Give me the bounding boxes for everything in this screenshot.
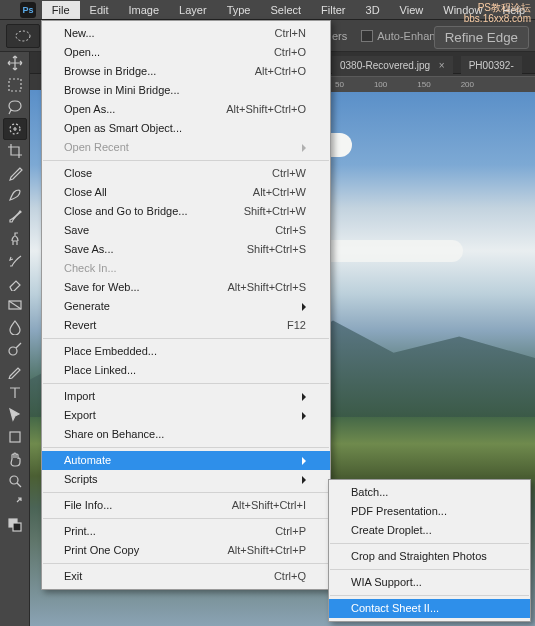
automate-menu-separator bbox=[330, 543, 529, 544]
file-menu-item-open-recent: Open Recent bbox=[42, 138, 330, 157]
tool-swap-icon[interactable] bbox=[3, 492, 27, 514]
file-menu-separator bbox=[43, 492, 329, 493]
file-menu-item-close-all[interactable]: Close AllAlt+Ctrl+W bbox=[42, 183, 330, 202]
menubar-item-help[interactable]: Help bbox=[492, 1, 535, 19]
tool-brush-icon[interactable] bbox=[3, 206, 27, 228]
file-menu-item-automate[interactable]: Automate bbox=[42, 451, 330, 470]
tool-lasso-icon[interactable] bbox=[3, 96, 27, 118]
tool-quick-select-icon[interactable] bbox=[3, 118, 27, 140]
menu-item-label: Save for Web... bbox=[64, 280, 227, 295]
app-logo-icon: Ps bbox=[20, 2, 36, 18]
submenu-arrow-icon bbox=[302, 393, 306, 401]
menu-item-shortcut: Ctrl+W bbox=[272, 166, 306, 181]
document-tab[interactable]: PH00392- bbox=[461, 56, 522, 75]
refine-edge-button[interactable]: Refine Edge bbox=[434, 26, 529, 49]
file-menu-item-save-for-web[interactable]: Save for Web...Alt+Shift+Ctrl+S bbox=[42, 278, 330, 297]
menu-item-shortcut: Alt+Shift+Ctrl+S bbox=[227, 280, 306, 295]
tool-pen-icon[interactable] bbox=[3, 360, 27, 382]
file-menu-item-generate[interactable]: Generate bbox=[42, 297, 330, 316]
menubar-item-file[interactable]: File bbox=[42, 1, 80, 19]
file-menu-item-new[interactable]: New...Ctrl+N bbox=[42, 24, 330, 43]
file-menu-item-browse-in-bridge[interactable]: Browse in Bridge...Alt+Ctrl+O bbox=[42, 62, 330, 81]
file-menu-item-open[interactable]: Open...Ctrl+O bbox=[42, 43, 330, 62]
tool-history-brush-icon[interactable] bbox=[3, 250, 27, 272]
menu-item-label: Print One Copy bbox=[64, 543, 227, 558]
tool-type-icon[interactable] bbox=[3, 382, 27, 404]
tool-eyedropper-icon[interactable] bbox=[3, 162, 27, 184]
menubar-item-image[interactable]: Image bbox=[119, 1, 170, 19]
submenu-arrow-icon bbox=[302, 476, 306, 484]
svg-point-4 bbox=[9, 347, 17, 355]
file-menu-item-scripts[interactable]: Scripts bbox=[42, 470, 330, 489]
menubar-item-edit[interactable]: Edit bbox=[80, 1, 119, 19]
menubar-item-view[interactable]: View bbox=[390, 1, 434, 19]
close-icon[interactable]: × bbox=[439, 60, 445, 71]
automate-menu-item-pdf-presentation[interactable]: PDF Presentation... bbox=[329, 502, 530, 521]
menu-item-label: Batch... bbox=[351, 485, 506, 500]
tool-gradient-icon[interactable] bbox=[3, 294, 27, 316]
tool-rectangle-icon[interactable] bbox=[3, 426, 27, 448]
tool-preset-icon[interactable] bbox=[6, 24, 40, 48]
file-menu-item-exit[interactable]: ExitCtrl+Q bbox=[42, 567, 330, 586]
submenu-arrow-icon bbox=[302, 303, 306, 311]
file-menu-item-revert[interactable]: RevertF12 bbox=[42, 316, 330, 335]
menubar-item-select[interactable]: Select bbox=[261, 1, 312, 19]
menu-item-label: New... bbox=[64, 26, 275, 41]
menu-item-shortcut: Alt+Shift+Ctrl+I bbox=[232, 498, 306, 513]
file-menu-item-file-info[interactable]: File Info...Alt+Shift+Ctrl+I bbox=[42, 496, 330, 515]
tool-dodge-icon[interactable] bbox=[3, 338, 27, 360]
menu-item-shortcut: Shift+Ctrl+W bbox=[244, 204, 306, 219]
file-menu-item-print-one-copy[interactable]: Print One CopyAlt+Shift+Ctrl+P bbox=[42, 541, 330, 560]
file-menu: New...Ctrl+NOpen...Ctrl+OBrowse in Bridg… bbox=[41, 20, 331, 590]
menubar-item-3d[interactable]: 3D bbox=[356, 1, 390, 19]
file-menu-item-share-on-behance[interactable]: Share on Behance... bbox=[42, 425, 330, 444]
file-menu-item-print[interactable]: Print...Ctrl+P bbox=[42, 522, 330, 541]
file-menu-item-open-as-smart-object[interactable]: Open as Smart Object... bbox=[42, 119, 330, 138]
automate-menu-item-batch[interactable]: Batch... bbox=[329, 483, 530, 502]
file-menu-separator bbox=[43, 383, 329, 384]
tool-move-icon[interactable] bbox=[3, 52, 27, 74]
file-menu-item-place-linked[interactable]: Place Linked... bbox=[42, 361, 330, 380]
menu-item-label: Save As... bbox=[64, 242, 247, 257]
menu-item-label: Open As... bbox=[64, 102, 226, 117]
file-menu-item-browse-in-mini-bridge[interactable]: Browse in Mini Bridge... bbox=[42, 81, 330, 100]
menubar-item-filter[interactable]: Filter bbox=[311, 1, 355, 19]
file-menu-item-import[interactable]: Import bbox=[42, 387, 330, 406]
document-tab[interactable]: 0380-Recovered.jpg × bbox=[332, 56, 453, 75]
automate-menu-item-contact-sheet-ii[interactable]: Contact Sheet II... bbox=[329, 599, 530, 618]
tool-zoom-icon[interactable] bbox=[3, 470, 27, 492]
menu-item-label: Revert bbox=[64, 318, 287, 333]
automate-menu-item-create-droplet[interactable]: Create Droplet... bbox=[329, 521, 530, 540]
menubar-item-type[interactable]: Type bbox=[217, 1, 261, 19]
menubar-item-window[interactable]: Window bbox=[433, 1, 492, 19]
ruler-tick: 150 bbox=[417, 80, 430, 89]
tool-marquee-icon[interactable] bbox=[3, 74, 27, 96]
tool-colors-icon[interactable] bbox=[3, 514, 27, 536]
file-menu-item-export[interactable]: Export bbox=[42, 406, 330, 425]
file-menu-item-save-as[interactable]: Save As...Shift+Ctrl+S bbox=[42, 240, 330, 259]
tool-crop-icon[interactable] bbox=[3, 140, 27, 162]
svg-point-6 bbox=[10, 476, 18, 484]
tool-spot-heal-icon[interactable] bbox=[3, 184, 27, 206]
file-menu-item-close[interactable]: CloseCtrl+W bbox=[42, 164, 330, 183]
tool-hand-icon[interactable] bbox=[3, 448, 27, 470]
tool-path-select-icon[interactable] bbox=[3, 404, 27, 426]
menubar-item-layer[interactable]: Layer bbox=[169, 1, 217, 19]
menu-item-shortcut: Ctrl+N bbox=[275, 26, 306, 41]
tool-eraser-icon[interactable] bbox=[3, 272, 27, 294]
menu-item-label: Generate bbox=[64, 299, 296, 314]
automate-menu-item-wia-support[interactable]: WIA Support... bbox=[329, 573, 530, 592]
menu-item-label: Import bbox=[64, 389, 296, 404]
automate-menu-item-crop-and-straighten-photos[interactable]: Crop and Straighten Photos bbox=[329, 547, 530, 566]
tool-clone-icon[interactable] bbox=[3, 228, 27, 250]
menu-item-shortcut: Ctrl+P bbox=[275, 524, 306, 539]
svg-point-0 bbox=[16, 31, 30, 41]
menu-item-label: Create Droplet... bbox=[351, 523, 506, 538]
menu-item-label: Scripts bbox=[64, 472, 296, 487]
file-menu-item-place-embedded[interactable]: Place Embedded... bbox=[42, 342, 330, 361]
menu-item-label: Close and Go to Bridge... bbox=[64, 204, 244, 219]
tool-blur-icon[interactable] bbox=[3, 316, 27, 338]
file-menu-item-save[interactable]: SaveCtrl+S bbox=[42, 221, 330, 240]
file-menu-item-open-as[interactable]: Open As...Alt+Shift+Ctrl+O bbox=[42, 100, 330, 119]
file-menu-item-close-and-go-to-bridge[interactable]: Close and Go to Bridge...Shift+Ctrl+W bbox=[42, 202, 330, 221]
